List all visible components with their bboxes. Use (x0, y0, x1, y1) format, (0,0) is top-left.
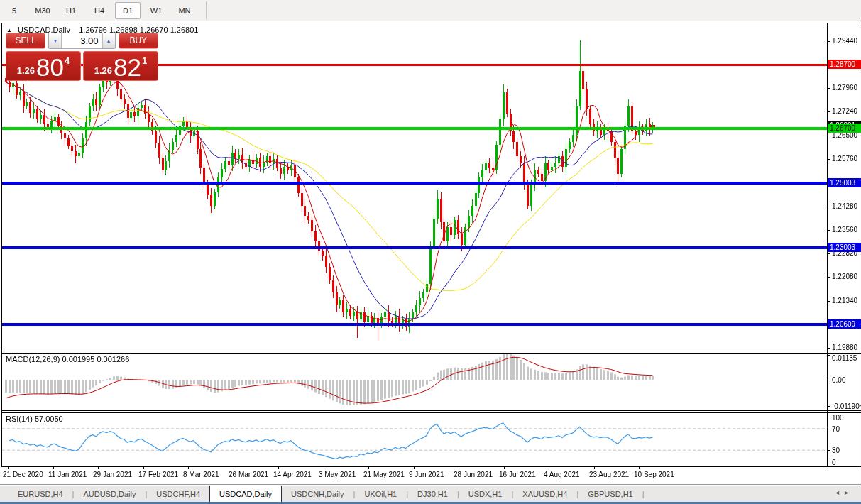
mt4-terminal-window: 5M30H1H4D1W1MN ▲ USDCAD,Daily 1.26796 1.… (0, 0, 861, 504)
macd-axis-label: 0.01135 (832, 354, 857, 362)
horizontal-level-line[interactable] (2, 127, 827, 130)
time-axis-label: 21 May 2021 (363, 471, 405, 478)
rsi-axis-label: 30 (832, 447, 840, 454)
macd-axis-tick (828, 406, 830, 407)
buy-price-button[interactable]: 1.26 82 1 (83, 51, 158, 81)
price-axis-label: 1.22080 (832, 273, 857, 280)
sell-price-pip: 4 (65, 52, 70, 66)
horizontal-level-line[interactable] (2, 323, 827, 326)
macd-axis-tick (828, 355, 830, 356)
price-axis-label: 1.27960 (832, 84, 857, 92)
buy-price-prefix: 1.26 (94, 65, 112, 76)
timeframe-button-5[interactable]: 5 (1, 2, 27, 19)
horizontal-level-line[interactable] (2, 182, 827, 185)
tab-usdx[interactable]: USDX,H1 (459, 486, 512, 503)
time-axis-tick (98, 466, 99, 469)
time-axis-tick (504, 466, 505, 469)
rsi-axis-label: 0 (832, 459, 836, 466)
price-axis-label: 1.21340 (832, 297, 857, 305)
time-axis-label: 11 Jan 2021 (48, 471, 87, 478)
tab-usdcnh[interactable]: USDCNH,Daily (282, 486, 353, 503)
volume-increase-button[interactable]: ▲ (102, 33, 115, 48)
time-axis-tick (143, 466, 144, 469)
price-axis-tick (828, 136, 830, 136)
time-axis-tick (414, 466, 415, 469)
timeframe-button-m30[interactable]: M30 (30, 2, 55, 19)
price-axis-tick (828, 253, 830, 254)
price-axis-label: 1.27240 (832, 107, 857, 115)
tab-ukoil[interactable]: UKOil,H1 (355, 486, 406, 503)
timeframe-button-mn[interactable]: MN (172, 2, 197, 19)
toolbar-separator (206, 1, 207, 19)
rsi-indicator-label: RSI(14) 57.0050 (6, 415, 63, 423)
tab-scroll-left-icon[interactable]: ◂ (835, 488, 845, 496)
price-axis-tick (828, 41, 830, 42)
price-level-badge: 1.23003 (828, 243, 861, 252)
time-axis-label: 8 Mar 2021 (183, 471, 219, 478)
timeframe-button-h4[interactable]: H4 (87, 2, 112, 19)
volume-decrease-button[interactable]: ▼ (49, 33, 62, 48)
time-axis-tick (234, 466, 234, 469)
tab-dj30[interactable]: DJ30,H1 (408, 486, 457, 503)
time-axis-label: 21 Dec 2020 (3, 471, 43, 478)
pane-divider[interactable] (1, 351, 861, 351)
price-axis-tick (828, 207, 830, 207)
time-axis-tick (188, 466, 189, 469)
sell-price-button[interactable]: 1.26 80 4 (6, 51, 81, 81)
price-axis-tick (828, 301, 830, 302)
time-axis-label: 26 Mar 2021 (229, 471, 268, 478)
price-axis-label: 1.24280 (832, 202, 857, 210)
price-axis-tick (828, 277, 830, 278)
rsi-axis-tick (828, 429, 830, 429)
price-axis-tick (828, 159, 830, 160)
tab-eurusd[interactable]: EURUSD,H4 (9, 486, 72, 503)
time-axis-tick (53, 466, 54, 469)
pane-border (1, 23, 861, 23)
tab-xauusd[interactable]: XAUUSD,H4 (513, 486, 576, 503)
tab-usdcad[interactable]: USDCAD,Daily (209, 486, 282, 503)
pane-divider[interactable] (1, 412, 861, 413)
tab-scroll-right-icon[interactable]: ▸ (845, 488, 854, 496)
sell-price-digits: 80 (36, 55, 64, 80)
timeframe-button-h1[interactable]: H1 (58, 2, 84, 19)
horizontal-level-line[interactable] (2, 246, 827, 249)
tab-scroll-arrows[interactable]: ◂▸ (835, 488, 854, 496)
sell-price-prefix: 1.26 (17, 65, 35, 76)
price-axis-tick (828, 88, 830, 89)
time-axis-label: 9 Jun 2021 (409, 471, 444, 478)
rsi-axis-tick (828, 412, 830, 413)
pane-divider[interactable] (1, 353, 861, 354)
price-level-badge: 1.26700 (828, 124, 861, 133)
rsi-axis-tick (828, 450, 830, 451)
tab-usdchf[interactable]: USDCHF,H4 (147, 486, 209, 503)
time-axis-label: 17 Feb 2021 (138, 471, 178, 478)
price-axis-label: 1.25760 (832, 155, 857, 163)
price-axis-label: 1.29440 (832, 37, 857, 45)
time-axis-tick (368, 466, 369, 469)
time-axis-tick (278, 466, 279, 469)
volume-input[interactable] (62, 33, 102, 48)
pane-border (1, 466, 861, 467)
time-axis-label: 29 Jan 2021 (93, 471, 132, 478)
price-axis-tick (828, 111, 830, 112)
chart-tab-bar: EURUSD,H4|AUDUSD,Daily|USDCHF,H4USDCAD,D… (0, 484, 861, 503)
buy-button[interactable]: BUY (119, 33, 158, 49)
rsi-axis-label: 70 (832, 425, 840, 433)
time-axis-tick (459, 466, 459, 469)
price-axis-label: 1.23560 (832, 226, 857, 234)
time-axis-label: 10 Sep 2021 (634, 471, 674, 478)
time-axis-label: 3 May 2021 (319, 471, 356, 478)
tab-audusd[interactable]: AUDUSD,Daily (74, 486, 145, 503)
tab-separator: | (642, 486, 645, 503)
time-axis-label: 4 Aug 2021 (544, 471, 580, 478)
one-click-trading-panel: SELL ▼ ▲ BUY 1.26 80 4 1.26 82 1 (6, 33, 158, 81)
sell-button[interactable]: SELL (6, 33, 45, 49)
price-axis-label: 1.19880 (832, 344, 857, 351)
tab-gbpusd[interactable]: GBPUSD,H1 (578, 486, 642, 503)
price-level-badge: 1.28700 (828, 60, 861, 69)
timeframe-button-w1[interactable]: W1 (143, 2, 169, 19)
timeframe-button-d1[interactable]: D1 (115, 2, 141, 19)
pane-divider[interactable] (1, 410, 861, 411)
price-axis-tick (828, 230, 830, 231)
time-axis-tick (549, 466, 549, 469)
